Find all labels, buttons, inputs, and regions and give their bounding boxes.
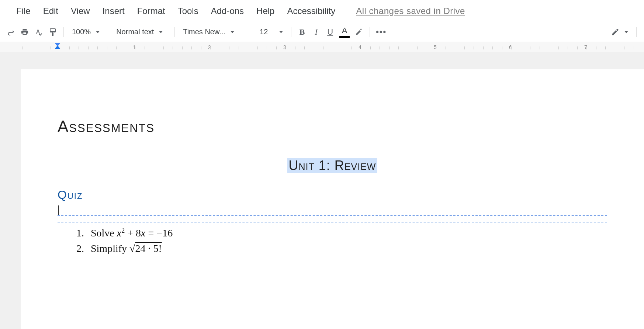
italic-button[interactable]: I — [309, 25, 323, 39]
menu-format[interactable]: Format — [136, 4, 167, 18]
highlight-button[interactable] — [352, 25, 366, 39]
dashed-divider — [58, 222, 607, 223]
bold-button[interactable]: B — [295, 25, 309, 39]
zoom-value: 100% — [72, 28, 91, 36]
text-cursor — [58, 205, 59, 215]
font-size-dropdown[interactable]: 12 — [249, 25, 287, 39]
menu-file[interactable]: File — [15, 4, 32, 18]
print-button[interactable] — [18, 25, 32, 39]
spellcheck-icon — [34, 28, 43, 37]
toolbar-separator — [636, 27, 637, 37]
font-dropdown[interactable]: Times New... — [179, 25, 241, 39]
question-text: Solve x2 + 8x = −16 — [91, 227, 173, 239]
text-cursor-line[interactable] — [58, 203, 607, 216]
questions-list: 1. Solve x2 + 8x = −16 2. Simplify √24 ·… — [58, 227, 607, 254]
highlighter-icon — [354, 28, 363, 37]
caret-down-icon — [96, 31, 100, 33]
zoom-dropdown[interactable]: 100% — [67, 25, 104, 39]
toolbar-separator — [291, 27, 291, 37]
print-icon — [21, 28, 29, 36]
text-color-glyph: A — [342, 26, 347, 35]
toolbar-separator — [370, 27, 370, 37]
redo-icon — [7, 28, 15, 36]
toolbar: 100% Normal text Times New... 12 B I U A… — [0, 22, 644, 42]
section-title[interactable]: Unit 1: Review — [58, 158, 607, 173]
menu-edit[interactable]: Edit — [42, 4, 60, 18]
pencil-icon — [611, 28, 619, 36]
menubar: File Edit View Insert Format Tools Add-o… — [0, 0, 644, 22]
save-status[interactable]: All changes saved in Drive — [356, 6, 465, 16]
menu-tools[interactable]: Tools — [176, 4, 200, 18]
toolbar-separator — [63, 27, 64, 37]
editing-mode-dropdown[interactable] — [607, 25, 633, 39]
font-size-value: 12 — [253, 28, 274, 36]
paint-format-button[interactable] — [46, 25, 60, 39]
caret-down-icon — [159, 31, 163, 33]
redo-button[interactable] — [4, 25, 18, 39]
caret-down-icon — [279, 31, 283, 33]
more-toolbar-button[interactable]: ••• — [374, 25, 389, 39]
question-text: Simplify √24 · 5! — [91, 243, 162, 254]
text-color-swatch — [339, 36, 350, 38]
section-title-text[interactable]: Unit 1: Review — [287, 158, 378, 173]
menu-view[interactable]: View — [69, 4, 91, 18]
question-row[interactable]: 1. Solve x2 + 8x = −16 — [75, 227, 607, 239]
menu-help[interactable]: Help — [255, 4, 276, 18]
document-page[interactable]: Assessments Unit 1: Review Quiz 1. Solve… — [21, 69, 644, 329]
menu-insert[interactable]: Insert — [101, 4, 126, 18]
toolbar-separator — [108, 27, 108, 37]
ruler[interactable]: 1234567 — [0, 42, 644, 52]
question-number: 2. — [75, 243, 84, 254]
sub-title[interactable]: Quiz — [58, 188, 607, 202]
toolbar-separator — [245, 27, 245, 37]
toolbar-separator — [174, 27, 175, 37]
underline-button[interactable]: U — [323, 25, 337, 39]
question-row[interactable]: 2. Simplify √24 · 5! — [75, 243, 607, 254]
menu-addons[interactable]: Add-ons — [210, 4, 245, 18]
caret-down-icon — [231, 31, 234, 33]
style-dropdown[interactable]: Normal text — [112, 25, 171, 39]
question-number: 1. — [75, 227, 84, 239]
paint-roller-icon — [48, 28, 57, 37]
font-value: Times New... — [183, 28, 225, 36]
caret-down-icon — [624, 31, 628, 33]
style-value: Normal text — [116, 28, 154, 36]
spellcheck-button[interactable] — [32, 25, 46, 39]
doc-title[interactable]: Assessments — [58, 117, 607, 136]
menu-accessibility[interactable]: Accessibility — [285, 4, 337, 18]
document-canvas: Assessments Unit 1: Review Quiz 1. Solve… — [0, 52, 644, 329]
text-color-button[interactable]: A — [337, 25, 352, 39]
